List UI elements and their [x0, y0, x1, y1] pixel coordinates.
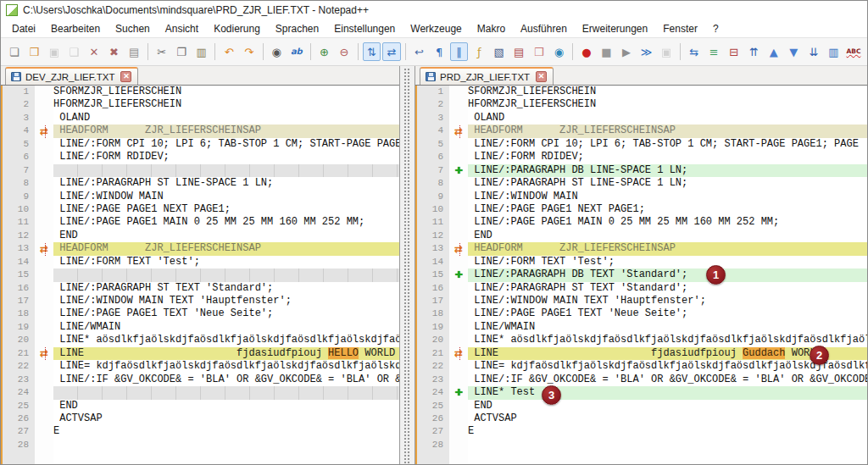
line-number[interactable]: 14: [1, 256, 35, 268]
next-diff-button[interactable]: ▼: [785, 42, 804, 61]
line-number[interactable]: 13: [415, 242, 449, 255]
line-text[interactable]: END: [468, 400, 867, 412]
line-number[interactable]: 19: [1, 321, 35, 334]
line-number[interactable]: 7: [415, 164, 449, 177]
line-text[interactable]: LINE/:PARAGRAPH ST TEXT 'Standard';: [468, 282, 867, 295]
line-number[interactable]: 1: [1, 86, 35, 98]
menu-item-suchen[interactable]: Suchen: [108, 20, 158, 37]
folder-as-workspace-button[interactable]: ❒: [530, 42, 548, 61]
line-text[interactable]: LINE= kdjfaösdlkfjaölskdjfaösdlkfjaölskd…: [468, 360, 867, 373]
menu-item-fenster[interactable]: Fenster: [655, 20, 705, 37]
macro-play-button[interactable]: ▶: [617, 42, 636, 61]
line-number[interactable]: 23: [1, 374, 35, 386]
line-number[interactable]: 23: [415, 374, 449, 386]
menu-item-ausfhren[interactable]: Ausführen: [513, 20, 575, 37]
line-number[interactable]: 12: [415, 230, 449, 242]
line-number[interactable]: 24: [1, 386, 35, 399]
copy-button[interactable]: ❐: [172, 42, 191, 61]
line-number[interactable]: 2: [415, 98, 449, 111]
line-number[interactable]: 17: [1, 295, 35, 307]
line-number[interactable]: 9: [1, 191, 35, 203]
menu-item-ansicht[interactable]: Ansicht: [158, 20, 206, 37]
line-text[interactable]: [53, 386, 399, 399]
line-text[interactable]: E: [468, 425, 867, 438]
line-number[interactable]: 27: [415, 425, 449, 438]
line-text[interactable]: LINE/:PAGE PAGE1 NEXT PAGE1;: [468, 203, 867, 216]
line-text[interactable]: HFORMZJR_LIEFERSCHEIN: [53, 98, 399, 111]
menu-item-sprachen[interactable]: Sprachen: [268, 20, 326, 37]
first-diff-button[interactable]: ⇈: [744, 42, 763, 61]
line-text[interactable]: LINE/:WINDOW MAIN: [53, 191, 399, 203]
line-number[interactable]: 6: [1, 151, 35, 163]
line-number[interactable]: 13: [1, 242, 35, 255]
line-text[interactable]: SFORMZJR_LIEFERSCHEIN: [53, 86, 399, 98]
line-text[interactable]: LINE/:PARAGRAPH ST LINE-SPACE 1 LN;: [53, 177, 399, 190]
line-text[interactable]: LINE/:FORM TEXT 'Test';: [468, 256, 867, 268]
line-text[interactable]: [53, 439, 399, 451]
line-text[interactable]: LINE/WMAIN: [468, 321, 867, 334]
line-text[interactable]: SFORMZJR_LIEFERSCHEIN: [468, 86, 867, 98]
line-text[interactable]: E: [53, 425, 399, 438]
line-text[interactable]: HEADFORM ZJR_LIEFERSCHEINSAP: [468, 242, 867, 255]
line-number[interactable]: 10: [415, 203, 449, 216]
tab-close-icon[interactable]: ✕: [536, 71, 547, 82]
line-text[interactable]: LINE/:WINDOW MAIN TEXT 'Hauptfenster';: [53, 295, 399, 307]
line-text[interactable]: LINE/:FORM TEXT 'Test';: [53, 256, 399, 268]
line-number[interactable]: 16: [415, 282, 449, 295]
open-file-button[interactable]: ❒: [25, 42, 44, 61]
close-all-button[interactable]: ✖: [105, 42, 124, 61]
left-editor[interactable]: 1SFORMZJR_LIEFERSCHEIN2HFORMZJR_LIEFERSC…: [1, 85, 399, 465]
spell-check-button[interactable]: ABC: [844, 42, 863, 61]
replace-button[interactable]: ab: [287, 42, 306, 61]
line-text[interactable]: LINE/:PAGE PAGE1 NEXT PAGE1;: [53, 203, 399, 216]
sync-horizontal-scroll-button[interactable]: ⇄: [382, 42, 401, 61]
line-number[interactable]: 17: [415, 295, 449, 307]
document-map-button[interactable]: ▧: [490, 42, 509, 61]
right-editor[interactable]: 1SFORMZJR_LIEFERSCHEIN2HFORMZJR_LIEFERSC…: [415, 85, 867, 465]
menu-item-kodierung[interactable]: Kodierung: [206, 20, 268, 37]
line-number[interactable]: 18: [415, 307, 449, 320]
line-text[interactable]: LINE fjdasiudfpiouj Guddach WORLD: [468, 347, 867, 360]
macro-save-button[interactable]: ▣: [657, 42, 676, 61]
line-text[interactable]: LINE* aösdlkfjaölskdjfaösdlkfjaölskdjfaö…: [53, 334, 399, 346]
show-indent-guide-button[interactable]: ‖: [450, 42, 469, 61]
sync-vertical-scroll-button[interactable]: ⇅: [363, 42, 381, 61]
cut-button[interactable]: ✂: [153, 42, 171, 61]
line-text[interactable]: LINE/:FORM RDIDEV;: [468, 151, 867, 163]
line-text[interactable]: LINE* Test: [468, 386, 867, 399]
compare-button[interactable]: ⇆: [685, 42, 704, 61]
line-number[interactable]: 19: [415, 321, 449, 334]
line-number[interactable]: 3: [415, 112, 449, 125]
line-text[interactable]: ACTVSAP: [53, 412, 399, 425]
line-number[interactable]: 16: [1, 282, 35, 295]
line-number[interactable]: 5: [1, 138, 35, 151]
line-text[interactable]: LINE/:WINDOW MAIN TEXT 'Hauptfenster';: [468, 295, 867, 307]
line-text[interactable]: OLAND: [53, 112, 399, 125]
line-number[interactable]: 21: [1, 347, 35, 360]
line-text[interactable]: END: [468, 230, 867, 242]
line-number[interactable]: 11: [415, 216, 449, 229]
print-button[interactable]: ▤: [125, 42, 143, 61]
line-number[interactable]: 8: [1, 177, 35, 190]
line-number[interactable]: 15: [415, 268, 449, 281]
paste-button[interactable]: ▥: [192, 42, 211, 61]
line-number[interactable]: 4: [415, 125, 449, 137]
line-number[interactable]: 22: [1, 360, 35, 373]
line-text[interactable]: HEADFORM ZJR_LIEFERSCHEINSAP: [468, 125, 867, 137]
line-number[interactable]: 10: [1, 203, 35, 216]
line-text[interactable]: HFORMZJR_LIEFERSCHEIN: [468, 98, 867, 111]
zoom-out-button[interactable]: ⊖: [335, 42, 353, 61]
line-text[interactable]: LINE/:FORM RDIDEV;: [53, 151, 399, 163]
line-number[interactable]: 12: [1, 230, 35, 242]
line-text[interactable]: LINE/:PAGE PAGE1 MAIN 0 25 MM 25 MM 160 …: [53, 216, 399, 229]
line-text[interactable]: LINE fjdasiudfpiouj HELLO WORLD: [53, 347, 399, 360]
line-number[interactable]: 18: [1, 307, 35, 320]
line-text[interactable]: END: [53, 230, 399, 242]
show-all-characters-button[interactable]: ¶: [430, 42, 448, 61]
line-number[interactable]: 22: [415, 360, 449, 373]
save-all-button[interactable]: ❑: [65, 42, 84, 61]
line-text[interactable]: LINE/:PARAGRAPH ST LINE-SPACE 1 LN;: [468, 177, 867, 190]
new-file-button[interactable]: ❏: [5, 42, 24, 61]
line-text[interactable]: LINE/:PAGE PAGE1 TEXT 'Neue Seite';: [468, 307, 867, 320]
macro-stop-button[interactable]: ■: [598, 42, 616, 61]
